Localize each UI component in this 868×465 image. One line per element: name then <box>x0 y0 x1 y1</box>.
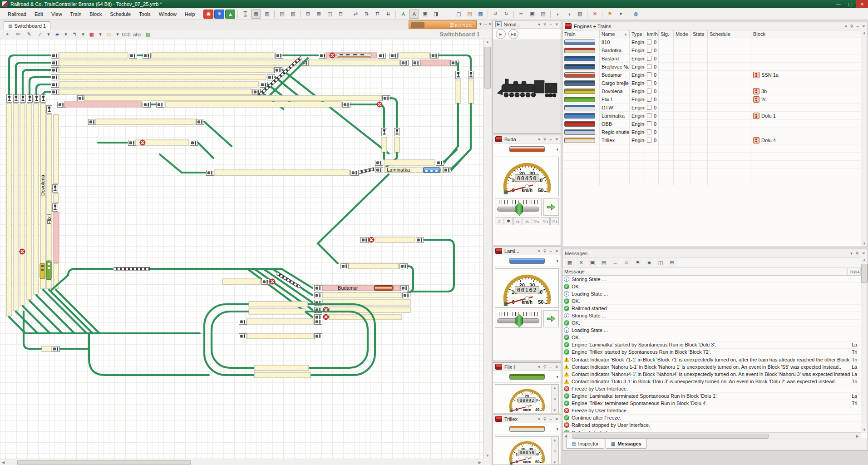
field-tool-icon[interactable]: 0=0 <box>121 30 131 39</box>
shift-right-icon[interactable]: ⇅ <box>361 10 371 19</box>
pin-icon[interactable]: ⚲ <box>543 417 547 421</box>
message-row[interactable]: ✓Engine 'Trillex' terminated Spontaneous… <box>562 400 861 407</box>
timer-icon[interactable]: ⌛ <box>240 10 250 19</box>
tab-messages[interactable]: ▥Messages <box>606 439 647 449</box>
close-icon[interactable]: ✕ <box>555 417 558 421</box>
crew5-button[interactable]: ☺₅ <box>550 217 559 225</box>
close-icon[interactable]: ✕ <box>555 137 558 142</box>
dropdown-icon[interactable]: ▾ <box>538 365 540 369</box>
tab-inspector[interactable]: ▤Inspector <box>566 439 604 449</box>
menu-item-edit[interactable]: Edit <box>30 10 47 19</box>
engines-column-kmh[interactable]: km/h <box>645 30 659 38</box>
kmh-checkbox[interactable] <box>647 97 651 102</box>
messages-window-icon[interactable]: ⊟ <box>335 10 345 19</box>
train-dropdown-icon[interactable]: ▾ <box>556 375 558 379</box>
menu-item-block[interactable]: Block <box>85 10 106 19</box>
menu-item-window[interactable]: Window <box>155 10 181 19</box>
start-icon[interactable]: ▲ <box>225 10 235 19</box>
pin-icon[interactable]: ⚲ <box>543 249 547 253</box>
new-file-icon[interactable]: ▢ <box>454 10 464 19</box>
menu-item-view[interactable]: View <box>47 10 66 19</box>
kmh-checkbox[interactable] <box>647 80 651 85</box>
kmh-checkbox[interactable] <box>647 40 651 45</box>
shift-left-icon[interactable]: ⇄ <box>350 10 360 19</box>
menu-item-tools[interactable]: Tools <box>135 10 155 19</box>
sim-step-button[interactable]: ▶▮ <box>508 29 518 39</box>
schedule-a-icon[interactable]: A <box>398 10 408 19</box>
orient-tool-icon-dropdown[interactable]: ▾ <box>80 30 86 39</box>
train-dropdown-icon[interactable]: ▾ <box>556 259 558 263</box>
train-selector[interactable]: ▾ <box>493 143 561 155</box>
rotate-right-icon[interactable]: ◑ <box>564 10 574 19</box>
close-icon[interactable]: ✕ <box>862 24 865 29</box>
line-tool-icon[interactable]: ∕ <box>35 30 45 39</box>
go-button[interactable] <box>543 310 559 327</box>
engines-column-schedule[interactable]: Schedule <box>708 30 751 38</box>
kmh-checkbox[interactable] <box>647 129 651 134</box>
train-selector[interactable]: ▾ <box>493 423 561 435</box>
panel-mini-scrollbar[interactable]: ▲≡▼ <box>551 385 558 413</box>
train-dropdown-icon[interactable]: ▾ <box>556 147 558 152</box>
markers-dropdown-icon[interactable]: ▾ <box>616 10 626 19</box>
minimize-icon[interactable]: – <box>549 417 552 421</box>
dropdown-icon[interactable]: ▾ <box>538 249 540 253</box>
customize-icon[interactable]: ✕ <box>590 10 600 19</box>
engines-column-mode[interactable]: Mode <box>674 30 691 38</box>
engine-row-bardotka[interactable]: BardotkaEngine0 <box>562 46 861 54</box>
dropdown-icon[interactable]: ▾ <box>538 22 540 27</box>
select-tool-icon[interactable]: ⌖ <box>2 30 12 39</box>
engines-column-name[interactable]: Name▲ <box>600 30 630 38</box>
message-row[interactable]: ✓Continue after Freeze. <box>562 415 861 422</box>
message-properties-icon[interactable]: ▤ <box>599 258 609 267</box>
pin-icon[interactable]: ⚲ <box>543 137 547 142</box>
engines-vertical-scrollbar[interactable]: ▲▼ <box>861 30 868 247</box>
message-row[interactable]: !Contact Indicator 'Nahoru 1-1' in Block… <box>562 363 861 371</box>
kmh-checkbox[interactable] <box>647 105 651 110</box>
message-row[interactable]: !Contact Indicator 'Block 71-1' in Block… <box>562 356 861 363</box>
engines-column-block[interactable]: Block <box>751 30 863 38</box>
rotate-left-icon[interactable]: ◐ <box>553 10 563 19</box>
messages-horizontal-scrollbar[interactable]: ◀▶ <box>562 432 861 439</box>
message-row[interactable]: !Contact Indicator 'Nahoru4-1' in Block … <box>562 371 861 378</box>
engines-column-state[interactable]: State <box>691 30 708 38</box>
engine-row-810[interactable]: 810Engine0 <box>562 38 861 46</box>
kmh-checkbox[interactable] <box>647 121 651 126</box>
message-row[interactable]: ✓OK. <box>562 334 861 341</box>
engine-row-cargobrejle[interactable]: Cargo brejleEngine0 <box>562 79 861 87</box>
menu-item-train[interactable]: Train <box>66 10 86 19</box>
menu-item-help[interactable]: Help <box>181 10 199 19</box>
sound5-button[interactable]: ♪₅ <box>523 217 531 225</box>
menu-item-schedule[interactable]: Schedule <box>106 10 135 19</box>
minimize-icon[interactable]: – <box>856 24 858 29</box>
block-tool-icon-dropdown[interactable]: ▾ <box>115 30 120 39</box>
canvas-vertical-scrollbar[interactable]: ▲▼ <box>483 39 492 459</box>
save-messages-icon[interactable]: ▦ <box>565 258 575 267</box>
minimize-icon[interactable]: – <box>549 137 552 142</box>
delete-message-icon[interactable]: ✕ <box>576 258 586 267</box>
dropdown-icon[interactable]: ▾ <box>538 417 540 421</box>
orient-tool-icon[interactable]: ↰ <box>69 30 79 39</box>
sim-play-button[interactable]: ▶ <box>496 29 506 39</box>
redo-icon[interactable]: ↻ <box>501 10 511 19</box>
engines-column-sig[interactable]: Sig. <box>659 30 674 38</box>
banner-close-icon[interactable]: ✕ <box>488 22 492 26</box>
text-a-icon[interactable]: A <box>409 10 419 19</box>
engine-row-laminatka[interactable]: LaminatkaEngine0Dolu 1 <box>562 112 861 120</box>
speed-slider[interactable] <box>495 198 542 216</box>
maximize-button[interactable]: ▢ <box>844 0 856 8</box>
flags-icon[interactable]: ⚑ <box>633 258 643 267</box>
banner-dropdown-icon[interactable]: ▾ <box>479 22 482 26</box>
light-button[interactable]: ✱ <box>504 217 513 225</box>
kmh-checkbox[interactable] <box>647 56 651 61</box>
pin-icon[interactable]: ⚲ <box>543 22 547 27</box>
routes-window-icon[interactable]: ⊞ <box>303 10 313 19</box>
engine-row-bastard[interactable]: BastardEngine0 <box>562 54 861 63</box>
message-row[interactable]: ✓OK. <box>562 297 861 305</box>
dropdown-icon[interactable]: ▾ <box>538 137 540 142</box>
explorer-window-icon[interactable]: ◨ <box>431 10 441 19</box>
text-tool-icon[interactable]: abc <box>132 30 142 39</box>
message-row[interactable]: !Contact Indicator 'Dolu 3-1' in Block '… <box>562 378 861 385</box>
operator-icon[interactable]: ☺ <box>621 258 631 267</box>
go-button[interactable] <box>543 198 559 216</box>
engine-row-trillex[interactable]: TrillexEngine0Dolu 4 <box>562 136 861 144</box>
